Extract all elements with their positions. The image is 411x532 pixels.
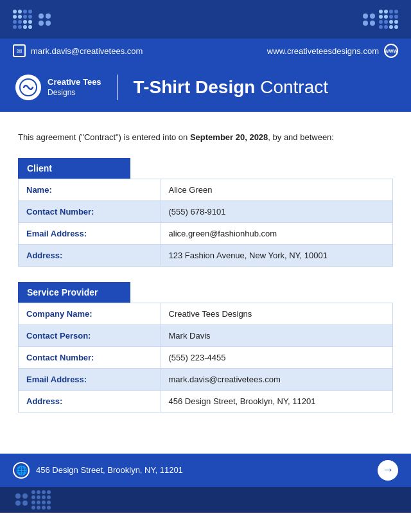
title-bold: T-Shirt Design: [134, 77, 256, 97]
table-row: Email Address: mark.davis@creativetees.c…: [19, 368, 393, 390]
intro-date: September 20, 2028: [190, 132, 268, 142]
provider-address-label: Address:: [19, 390, 161, 412]
table-row: Company Name: Creative Tees Designs: [19, 303, 393, 324]
bottom-bar: 1: [0, 487, 411, 513]
table-row: Address: 123 Fashion Avenue, New York, N…: [19, 244, 393, 266]
table-row: Email Address: alice.green@fashionhub.co…: [19, 222, 393, 244]
globe-icon: 🌐: [13, 462, 30, 479]
arrow-button[interactable]: →: [378, 460, 398, 481]
footer-address-area: 🌐 456 Design Street, Brooklyn, NY, 11201: [13, 462, 183, 479]
provider-company-label: Company Name:: [19, 303, 161, 324]
table-row: Contact Person: Mark Davis: [19, 324, 393, 346]
document-page: ✉ mark.davis@creativetees.com www.creati…: [0, 0, 411, 532]
intro-suffix: , by and between:: [268, 132, 334, 142]
provider-contact-value: Mark Davis: [161, 324, 392, 346]
logo-area: Creative Tees Designs: [15, 75, 118, 100]
bottom-dot-cluster-1: [15, 493, 28, 506]
client-name-value: Alice Green: [161, 179, 392, 200]
dot-cluster-1: [13, 10, 32, 29]
bottom-dot-cluster-2: [31, 490, 51, 510]
email-address: mark.davis@creativetees.com: [31, 46, 143, 56]
top-header: [0, 0, 411, 39]
www-icon: WWW: [384, 44, 398, 58]
footer-bar: 🌐 456 Design Street, Brooklyn, NY, 11201…: [0, 454, 411, 487]
email-bar-right: www.creativeteesdesigns.com WWW: [267, 44, 398, 58]
header-dots-right: [360, 10, 398, 29]
provider-email-value: mark.davis@creativetees.com: [161, 368, 392, 390]
client-section: Client Name: Alice Green Contact Number:…: [18, 158, 393, 267]
client-email-value: alice.green@fashionhub.com: [161, 222, 392, 244]
provider-section: Service Provider Company Name: Creative …: [18, 282, 393, 412]
provider-section-header: Service Provider: [18, 282, 130, 303]
table-row: Address: 456 Design Street, Brooklyn, NY…: [19, 390, 393, 412]
client-phone-value: (555) 678-9101: [161, 200, 392, 222]
provider-company-value: Creative Tees Designs: [161, 303, 392, 324]
email-bar: ✉ mark.davis@creativetees.com www.creati…: [0, 39, 411, 63]
client-email-label: Email Address:: [19, 222, 161, 244]
page-number: 1: [394, 517, 398, 526]
provider-table: Company Name: Creative Tees Designs Cont…: [18, 303, 393, 412]
website-url: www.creativeteesdesigns.com: [267, 46, 379, 56]
email-bar-left: ✉ mark.davis@creativetees.com: [13, 44, 143, 57]
provider-phone-label: Contact Number:: [19, 346, 161, 368]
provider-phone-value: (555) 223-4455: [161, 346, 392, 368]
provider-address-value: 456 Design Street, Brooklyn, NY, 11201: [161, 390, 392, 412]
header-dots-left: [13, 10, 51, 29]
provider-contact-label: Contact Person:: [19, 324, 161, 346]
client-phone-label: Contact Number:: [19, 200, 161, 222]
dot-cluster-3: [363, 13, 375, 26]
client-table: Name: Alice Green Contact Number: (555) …: [18, 179, 393, 267]
table-row: Name: Alice Green: [19, 179, 393, 200]
main-content: This agreement ("Contract") is entered i…: [0, 112, 411, 441]
logo-text: Creative Tees Designs: [48, 77, 101, 98]
bottom-dots: [13, 490, 51, 510]
client-address-value: 123 Fashion Avenue, New York, NY, 10001: [161, 244, 392, 266]
company-name-line1: Creative Tees: [48, 77, 101, 88]
company-name-line2: Designs: [48, 88, 101, 98]
client-address-label: Address:: [19, 244, 161, 266]
provider-email-label: Email Address:: [19, 368, 161, 390]
client-name-label: Name:: [19, 179, 161, 200]
table-row: Contact Number: (555) 223-4455: [19, 346, 393, 368]
intro-text: This agreement ("Contract") is entered i…: [18, 131, 393, 144]
logo-icon: [15, 75, 41, 100]
intro-prefix: This agreement ("Contract") is entered i…: [18, 132, 190, 142]
dot-cluster-4: [379, 10, 398, 29]
contract-title: T-Shirt Design Contract: [118, 77, 328, 98]
title-light: Contract: [255, 77, 328, 97]
footer-address-text: 456 Design Street, Brooklyn, NY, 11201: [36, 465, 183, 475]
email-icon: ✉: [13, 44, 26, 57]
client-section-header: Client: [18, 158, 130, 179]
title-section: Creative Tees Designs T-Shirt Design Con…: [0, 63, 411, 112]
table-row: Contact Number: (555) 678-9101: [19, 200, 393, 222]
dot-cluster-2: [39, 13, 51, 26]
